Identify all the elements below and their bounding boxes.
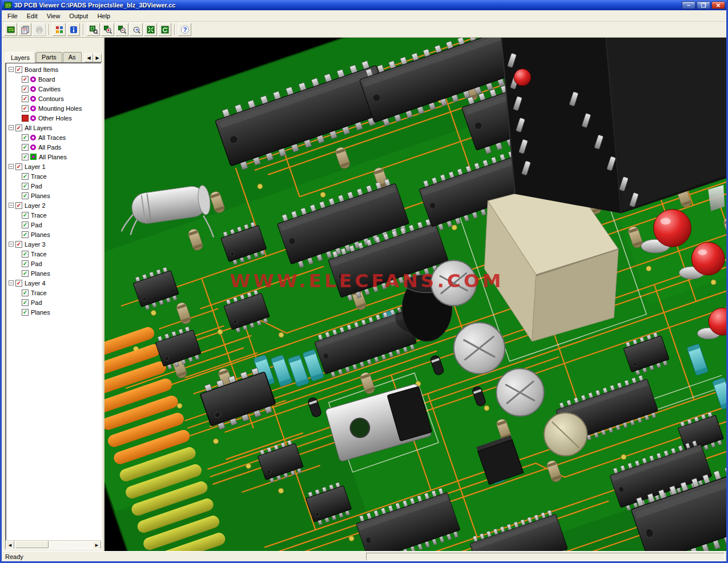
tree-item-pad[interactable]: ✓Pad [6,259,101,268]
tree-item-layer-4[interactable]: −✓Layer 4 [6,278,101,288]
tree-item-planes[interactable]: ✓Planes [6,230,101,239]
tab-parts[interactable]: Parts [36,52,62,62]
visibility-checkbox[interactable]: ✓ [22,105,29,112]
expand-toggle[interactable]: − [9,67,14,72]
tree-item-planes[interactable]: ✓Planes [6,307,101,317]
expand-toggle[interactable]: − [9,164,14,169]
toolbar-zoom-previous-button[interactable] [130,23,143,36]
visibility-checkbox[interactable]: ✓ [22,251,29,258]
toolbar-zoom-in-button[interactable] [101,23,114,36]
visibility-checkbox[interactable]: ✓ [22,76,29,83]
tree-item-pad[interactable]: ✓Pad [6,181,101,191]
tab-layers[interactable]: Layers [5,52,35,63]
hscroll-left-button[interactable]: ◀ [6,541,14,549]
menu-help[interactable]: Help [92,11,115,21]
visibility-checkbox[interactable]: ✓ [15,66,22,73]
pad-donut-icon [30,135,36,140]
zoom-out-icon [118,25,127,34]
tree-item-trace[interactable]: ✓Trace [6,171,101,181]
maximize-button[interactable]: ❐ [697,1,710,9]
visibility-checkbox[interactable]: ✓ [22,289,29,296]
tree-item-board-items[interactable]: −✓Board Items [6,65,101,74]
tree-item-planes[interactable]: ✓Planes [6,268,101,278]
tree-item-pad[interactable]: ✓Pad [6,220,101,230]
tree-item-all-traces[interactable]: ✓All Traces [6,132,101,142]
toolbar-zoom-window-button[interactable] [87,23,100,36]
hscroll-right-button[interactable]: ▶ [92,541,101,549]
toolbar-copy-view-button[interactable] [18,23,31,36]
tree-item-label: Contours [38,95,64,102]
tree-item-other-holes[interactable]: Other Holes [6,113,101,123]
tree-item-board[interactable]: ✓Board [6,74,101,84]
visibility-checkbox[interactable]: ✓ [22,173,29,180]
hscroll-thumb[interactable] [15,541,49,548]
tree-item-layer-1[interactable]: −✓Layer 1 [6,162,101,171]
tree-hscrollbar[interactable]: ◀ ▶ [6,540,101,549]
toolbar-zoom-out-button[interactable] [115,23,128,36]
visibility-checkbox[interactable]: ✓ [22,144,29,151]
visibility-checkbox[interactable]: ✓ [15,202,22,209]
toolbar-print-view-button[interactable] [33,23,46,36]
visibility-checkbox[interactable]: ✓ [22,95,29,102]
visibility-checkbox[interactable]: ✓ [22,231,29,238]
visibility-checkbox[interactable]: ✓ [22,192,29,199]
tree-item-label: All Planes [38,154,67,160]
visibility-checkbox[interactable]: ✓ [22,299,29,306]
tree-item-layer-2[interactable]: −✓Layer 2 [6,200,101,210]
expand-toggle[interactable]: − [9,203,14,208]
tree-item-all-planes[interactable]: ✓All Planes [6,152,101,162]
tree-item-all-layers[interactable]: −✓All Layers [6,123,101,132]
visibility-checkbox[interactable]: ✓ [22,222,29,228]
tree-item-mounting-holes[interactable]: ✓Mounting Holes [6,103,101,113]
toolbar-help-button[interactable]: ? [178,23,191,36]
tree-item-contours[interactable]: ✓Contours [6,94,101,103]
rotate-view-icon [160,25,170,34]
expand-toggle[interactable]: − [9,280,14,285]
minimize-button[interactable]: – [682,1,695,9]
visibility-checkbox[interactable] [22,115,29,122]
menu-file[interactable]: File [3,11,22,21]
visibility-checkbox[interactable]: ✓ [22,309,29,316]
menu-edit[interactable]: Edit [22,11,42,21]
pcb-3d-viewport[interactable]: WWW.ELECFANS.COM [104,38,726,551]
toolbar-display-colors-button[interactable] [53,23,66,36]
visibility-checkbox[interactable]: ✓ [22,154,29,160]
visibility-checkbox[interactable]: ✓ [22,86,29,93]
toolbar-zoom-fit-button[interactable] [144,23,157,36]
visibility-checkbox[interactable]: ✓ [15,241,22,248]
status-panel [366,553,725,561]
svg-text:?: ? [183,26,187,33]
tab-scroll-left-button[interactable]: ◀ [85,54,93,62]
visibility-checkbox[interactable]: ✓ [15,280,22,287]
hscroll-track[interactable] [14,541,92,549]
visibility-checkbox[interactable]: ✓ [15,124,22,131]
tree-item-layer-3[interactable]: −✓Layer 3 [6,239,101,249]
watermark-text: WWW.ELECFANS.COM [230,270,504,292]
board-info-icon [69,25,78,34]
visibility-checkbox[interactable]: ✓ [22,212,29,219]
tree-item-cavities[interactable]: ✓Cavities [6,84,101,94]
toolbar-board-info-button[interactable] [67,23,80,36]
tree-item-planes[interactable]: ✓Planes [6,191,101,200]
title-bar[interactable]: 3D PCB Viewer C:\PADS Projects\lee_blz_3… [2,0,726,10]
visibility-checkbox[interactable]: ✓ [22,134,29,141]
visibility-checkbox[interactable]: ✓ [22,270,29,277]
tree-item-trace[interactable]: ✓Trace [6,288,101,297]
expand-toggle[interactable]: − [9,242,14,247]
close-button[interactable]: ✕ [711,1,725,9]
tab-as[interactable]: As [63,52,82,62]
pcb-3d-view[interactable]: WWW.ELECFANS.COM [104,38,726,551]
expand-toggle[interactable]: − [9,125,14,130]
visibility-checkbox[interactable]: ✓ [22,260,29,267]
visibility-checkbox[interactable]: ✓ [22,183,29,190]
tree-item-trace[interactable]: ✓Trace [6,249,101,259]
toolbar-rotate-view-button[interactable] [158,23,171,36]
menu-view[interactable]: View [42,11,65,21]
toolbar-open-board-button[interactable] [4,23,17,36]
tree-item-pad[interactable]: ✓Pad [6,297,101,307]
tree-item-all-pads[interactable]: ✓All Pads [6,142,101,152]
menu-output[interactable]: Output [65,11,92,21]
tree-item-trace[interactable]: ✓Trace [6,210,101,220]
tab-scroll-right-button[interactable]: ▶ [93,54,102,62]
visibility-checkbox[interactable]: ✓ [15,163,22,170]
